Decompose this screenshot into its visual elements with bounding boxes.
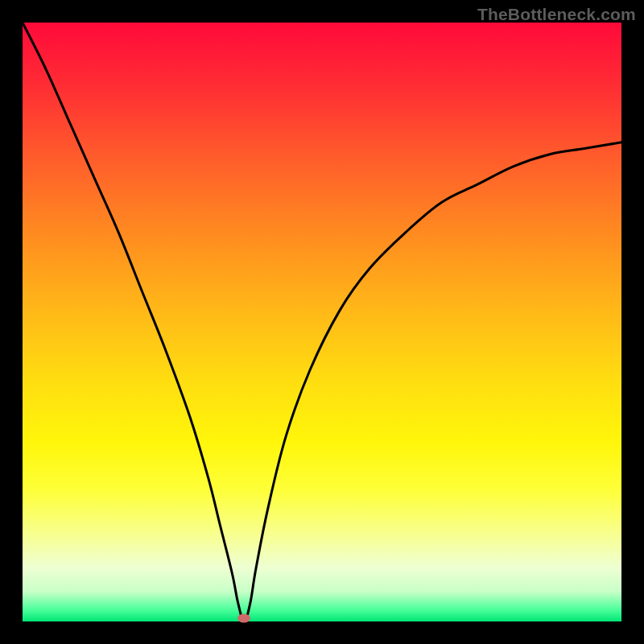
optimal-point-marker (237, 614, 250, 623)
watermark-text: TheBottleneck.com (477, 5, 636, 24)
chart-container: TheBottleneck.com (0, 0, 644, 644)
bottleneck-curve (23, 23, 621, 621)
